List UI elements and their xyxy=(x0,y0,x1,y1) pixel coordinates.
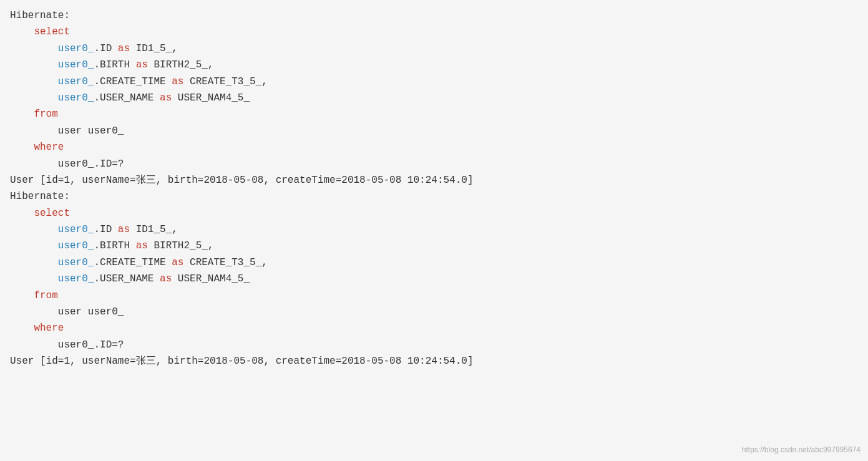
from-keyword-2: from xyxy=(10,288,858,304)
field-user-name-1: user0_.USER_NAME as USER_NAM4_5_ xyxy=(10,90,858,106)
select-keyword-1: select xyxy=(10,24,858,40)
watermark: https://blog.csdn.net/abc997995674 xyxy=(742,444,861,456)
where-condition-1: user0_.ID=? xyxy=(10,156,858,172)
where-keyword-1: where xyxy=(10,139,858,155)
field-birth-2: user0_.BIRTH as BIRTH2_5_, xyxy=(10,238,858,254)
where-condition-2: user0_.ID=? xyxy=(10,337,858,353)
field-create-time-1: user0_.CREATE_TIME as CREATE_T3_5_, xyxy=(10,74,858,90)
field-id-2: user0_.ID as ID1_5_, xyxy=(10,221,858,238)
field-user-name-2: user0_.USER_NAME as USER_NAM4_5_ xyxy=(10,271,858,287)
where-keyword-2: where xyxy=(10,320,858,336)
field-id-1: user0_.ID as ID1_5_, xyxy=(10,41,858,57)
from-table-2: user user0_ xyxy=(10,304,858,320)
result-line-2: User [id=1, userName=张三, birth=2018-05-0… xyxy=(10,353,858,369)
console-output: Hibernate: select user0_.ID as ID1_5_, u… xyxy=(0,0,868,461)
select-keyword-2: select xyxy=(10,205,858,221)
field-create-time-2: user0_.CREATE_TIME as CREATE_T3_5_, xyxy=(10,255,858,271)
hibernate-label-2: Hibernate: xyxy=(10,188,858,205)
from-table-1: user user0_ xyxy=(10,123,858,139)
field-birth-1: user0_.BIRTH as BIRTH2_5_, xyxy=(10,57,858,73)
result-line-1: User [id=1, userName=张三, birth=2018-05-0… xyxy=(10,172,858,188)
hibernate-label-1: Hibernate: xyxy=(10,7,858,24)
from-keyword-1: from xyxy=(10,106,858,122)
